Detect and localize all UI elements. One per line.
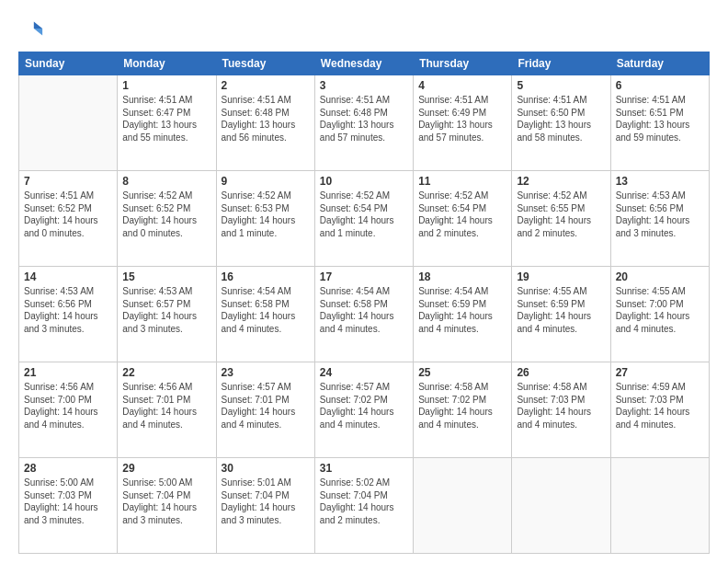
cell-day-number: 26 [517,366,605,379]
cell-day-number: 5 [517,79,605,92]
calendar-cell: 31Sunrise: 5:02 AM Sunset: 7:04 PM Dayli… [314,458,413,554]
cell-day-number: 3 [320,79,408,92]
calendar-table: SundayMondayTuesdayWednesdayThursdayFrid… [18,52,710,554]
calendar-cell: 28Sunrise: 5:00 AM Sunset: 7:03 PM Dayli… [19,458,118,554]
calendar-cell: 26Sunrise: 4:58 AM Sunset: 7:03 PM Dayli… [512,362,610,458]
cell-info: Sunrise: 4:53 AM Sunset: 6:56 PM Dayligh… [616,190,704,239]
cell-day-number: 1 [122,79,210,92]
day-header-friday: Friday [512,52,610,75]
cell-day-number: 21 [24,366,112,379]
calendar-cell: 23Sunrise: 4:57 AM Sunset: 7:01 PM Dayli… [216,362,314,458]
cell-day-number: 15 [122,270,210,283]
calendar-cell: 20Sunrise: 4:55 AM Sunset: 7:00 PM Dayli… [610,267,709,362]
calendar-cell: 22Sunrise: 4:56 AM Sunset: 7:01 PM Dayli… [118,362,216,458]
calendar-cell: 18Sunrise: 4:54 AM Sunset: 6:59 PM Dayli… [414,267,512,362]
calendar-week-2: 14Sunrise: 4:53 AM Sunset: 6:56 PM Dayli… [19,267,710,362]
cell-info: Sunrise: 4:58 AM Sunset: 7:03 PM Dayligh… [517,381,605,431]
cell-info: Sunrise: 4:51 AM Sunset: 6:48 PM Dayligh… [222,94,310,144]
cell-info: Sunrise: 4:53 AM Sunset: 6:57 PM Dayligh… [122,285,210,335]
calendar-cell: 25Sunrise: 4:58 AM Sunset: 7:02 PM Dayli… [414,362,512,458]
calendar-cell: 7Sunrise: 4:51 AM Sunset: 6:52 PM Daylig… [19,171,118,267]
cell-day-number: 27 [616,366,704,379]
calendar-cell: 1Sunrise: 4:51 AM Sunset: 6:47 PM Daylig… [118,75,216,171]
cell-day-number: 9 [222,175,310,188]
header [18,17,710,42]
calendar-cell: 11Sunrise: 4:52 AM Sunset: 6:54 PM Dayli… [414,171,512,267]
cell-info: Sunrise: 4:56 AM Sunset: 7:00 PM Dayligh… [24,381,112,431]
day-header-tuesday: Tuesday [216,52,314,75]
cell-info: Sunrise: 4:52 AM Sunset: 6:55 PM Dayligh… [517,190,605,239]
calendar-cell: 3Sunrise: 4:51 AM Sunset: 6:48 PM Daylig… [314,75,413,171]
cell-info: Sunrise: 4:52 AM Sunset: 6:53 PM Dayligh… [222,190,310,239]
cell-info: Sunrise: 4:54 AM Sunset: 6:58 PM Dayligh… [320,285,408,335]
cell-info: Sunrise: 4:51 AM Sunset: 6:50 PM Dayligh… [517,94,605,144]
page: SundayMondayTuesdayWednesdayThursdayFrid… [0,0,728,563]
calendar-cell: 27Sunrise: 4:59 AM Sunset: 7:03 PM Dayli… [610,362,709,458]
cell-info: Sunrise: 4:57 AM Sunset: 7:01 PM Dayligh… [222,381,310,431]
calendar-cell: 8Sunrise: 4:52 AM Sunset: 6:52 PM Daylig… [118,171,216,267]
calendar-cell: 17Sunrise: 4:54 AM Sunset: 6:58 PM Dayli… [314,267,413,362]
cell-info: Sunrise: 4:58 AM Sunset: 7:02 PM Dayligh… [418,381,506,431]
cell-day-number: 4 [418,79,506,92]
calendar-week-3: 21Sunrise: 4:56 AM Sunset: 7:00 PM Dayli… [19,362,710,458]
cell-info: Sunrise: 5:02 AM Sunset: 7:04 PM Dayligh… [320,477,408,526]
calendar-cell: 9Sunrise: 4:52 AM Sunset: 6:53 PM Daylig… [216,171,314,267]
cell-day-number: 17 [320,270,408,283]
cell-day-number: 28 [24,462,112,475]
calendar-cell [19,75,118,171]
cell-day-number: 8 [122,175,210,188]
calendar-cell: 30Sunrise: 5:01 AM Sunset: 7:04 PM Dayli… [216,458,314,554]
cell-day-number: 12 [517,175,605,188]
calendar-cell [414,458,512,554]
calendar-cell: 24Sunrise: 4:57 AM Sunset: 7:02 PM Dayli… [314,362,413,458]
cell-day-number: 29 [122,462,210,475]
cell-info: Sunrise: 4:51 AM Sunset: 6:52 PM Dayligh… [24,190,112,239]
cell-day-number: 7 [24,175,112,188]
cell-info: Sunrise: 4:55 AM Sunset: 7:00 PM Dayligh… [616,285,704,335]
cell-info: Sunrise: 4:51 AM Sunset: 6:49 PM Dayligh… [418,94,506,144]
cell-day-number: 25 [418,366,506,379]
cell-day-number: 14 [24,270,112,283]
cell-info: Sunrise: 5:01 AM Sunset: 7:04 PM Dayligh… [222,477,310,526]
logo-icon [18,17,44,42]
cell-day-number: 22 [122,366,210,379]
cell-day-number: 10 [320,175,408,188]
cell-day-number: 24 [320,366,408,379]
calendar-cell [512,458,610,554]
day-header-sunday: Sunday [19,52,118,75]
calendar-cell: 10Sunrise: 4:52 AM Sunset: 6:54 PM Dayli… [314,171,413,267]
cell-info: Sunrise: 4:52 AM Sunset: 6:52 PM Dayligh… [122,190,210,239]
cell-info: Sunrise: 4:54 AM Sunset: 6:58 PM Dayligh… [222,285,310,335]
cell-info: Sunrise: 4:52 AM Sunset: 6:54 PM Dayligh… [320,190,408,239]
cell-day-number: 23 [222,366,310,379]
cell-day-number: 18 [418,270,506,283]
calendar-cell: 13Sunrise: 4:53 AM Sunset: 6:56 PM Dayli… [610,171,709,267]
cell-info: Sunrise: 4:54 AM Sunset: 6:59 PM Dayligh… [418,285,506,335]
calendar-cell: 14Sunrise: 4:53 AM Sunset: 6:56 PM Dayli… [19,267,118,362]
day-header-saturday: Saturday [610,52,709,75]
cell-day-number: 13 [616,175,704,188]
cell-day-number: 20 [616,270,704,283]
cell-info: Sunrise: 4:51 AM Sunset: 6:51 PM Dayligh… [616,94,704,144]
cell-info: Sunrise: 4:52 AM Sunset: 6:54 PM Dayligh… [418,190,506,239]
calendar-week-0: 1Sunrise: 4:51 AM Sunset: 6:47 PM Daylig… [19,75,710,171]
day-header-wednesday: Wednesday [314,52,413,75]
calendar-header-row: SundayMondayTuesdayWednesdayThursdayFrid… [19,52,710,75]
cell-info: Sunrise: 4:53 AM Sunset: 6:56 PM Dayligh… [24,285,112,335]
calendar-cell: 5Sunrise: 4:51 AM Sunset: 6:50 PM Daylig… [512,75,610,171]
cell-info: Sunrise: 5:00 AM Sunset: 7:03 PM Dayligh… [24,477,112,526]
calendar-cell: 15Sunrise: 4:53 AM Sunset: 6:57 PM Dayli… [118,267,216,362]
cell-info: Sunrise: 4:51 AM Sunset: 6:47 PM Dayligh… [122,94,210,144]
calendar-week-1: 7Sunrise: 4:51 AM Sunset: 6:52 PM Daylig… [19,171,710,267]
cell-info: Sunrise: 4:57 AM Sunset: 7:02 PM Dayligh… [320,381,408,431]
cell-info: Sunrise: 4:51 AM Sunset: 6:48 PM Dayligh… [320,94,408,144]
calendar-cell: 2Sunrise: 4:51 AM Sunset: 6:48 PM Daylig… [216,75,314,171]
calendar-cell: 12Sunrise: 4:52 AM Sunset: 6:55 PM Dayli… [512,171,610,267]
calendar-cell: 16Sunrise: 4:54 AM Sunset: 6:58 PM Dayli… [216,267,314,362]
day-header-thursday: Thursday [414,52,512,75]
calendar-cell: 4Sunrise: 4:51 AM Sunset: 6:49 PM Daylig… [414,75,512,171]
cell-day-number: 19 [517,270,605,283]
cell-info: Sunrise: 4:55 AM Sunset: 6:59 PM Dayligh… [517,285,605,335]
cell-day-number: 31 [320,462,408,475]
cell-day-number: 16 [222,270,310,283]
